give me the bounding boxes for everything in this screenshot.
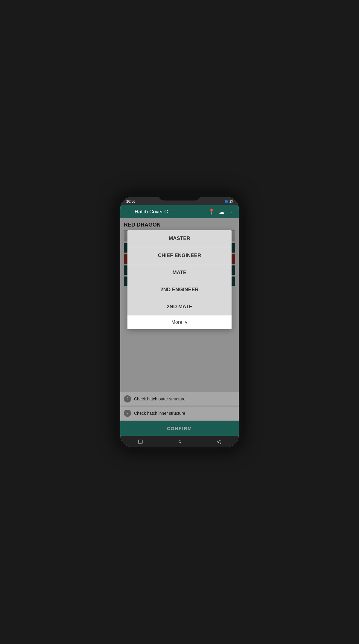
back-button[interactable]: ← bbox=[125, 208, 131, 215]
app-bar-icons: 📍 ☁ ⋮ bbox=[208, 209, 234, 215]
status-right: 🔵 23 bbox=[225, 200, 233, 203]
bluetooth-icon: 🔵 bbox=[225, 200, 228, 203]
battery-text: 23 bbox=[229, 200, 233, 203]
phone-frame: 16:56 🔵 23 ← Hatch Cover C... 📍 ☁ ⋮ RED … bbox=[117, 193, 242, 451]
nav-square-icon[interactable]: ▢ bbox=[138, 438, 143, 445]
chevron-down-icon: ∨ bbox=[185, 320, 188, 325]
dropdown-more-button[interactable]: More ∨ bbox=[127, 315, 232, 329]
status-time: 16:56 bbox=[126, 199, 136, 203]
more-options-icon[interactable]: ⋮ bbox=[229, 209, 234, 215]
dropdown-item-mate[interactable]: MATE bbox=[127, 264, 232, 281]
dropdown-item-2nd-mate[interactable]: 2ND MATE bbox=[127, 298, 232, 315]
location-icon[interactable]: 📍 bbox=[208, 209, 215, 215]
dropdown-item-master[interactable]: MASTER bbox=[127, 230, 232, 247]
cloud-icon[interactable]: ☁ bbox=[219, 209, 224, 215]
dropdown-item-chief-engineer[interactable]: CHIEF ENGINEER bbox=[127, 247, 232, 264]
dropdown-overlay: MASTER CHIEF ENGINEER MATE 2ND ENGINEER … bbox=[120, 218, 239, 421]
nav-back-icon[interactable]: ◁ bbox=[217, 438, 221, 445]
main-content: RED DRAGON ABS EAGLE 2013 I L D S MASTER bbox=[120, 218, 239, 421]
app-bar: ← Hatch Cover C... 📍 ☁ ⋮ bbox=[120, 205, 239, 218]
app-bar-title: Hatch Cover C... bbox=[135, 209, 205, 215]
dropdown-menu: MASTER CHIEF ENGINEER MATE 2ND ENGINEER … bbox=[127, 230, 232, 329]
notch bbox=[159, 193, 200, 201]
more-label: More bbox=[171, 320, 182, 325]
confirm-button[interactable]: CONFIRM bbox=[120, 421, 239, 436]
dropdown-item-2nd-engineer[interactable]: 2ND ENGINEER bbox=[127, 281, 232, 298]
phone-screen: 16:56 🔵 23 ← Hatch Cover C... 📍 ☁ ⋮ RED … bbox=[120, 197, 239, 447]
bottom-nav: ▢ ○ ◁ bbox=[120, 436, 239, 447]
nav-circle-icon[interactable]: ○ bbox=[178, 438, 182, 445]
